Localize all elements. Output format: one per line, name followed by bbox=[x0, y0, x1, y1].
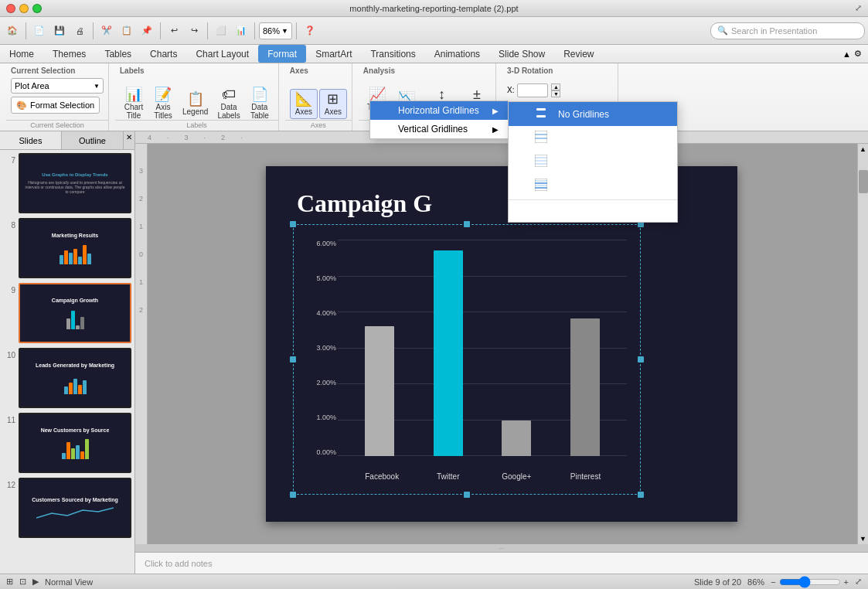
window-controls[interactable] bbox=[6, 4, 42, 13]
save-btn[interactable]: 💾 bbox=[50, 21, 69, 41]
copy-btn[interactable]: 📋 bbox=[117, 21, 136, 41]
other-btn2[interactable]: 📊 bbox=[232, 21, 250, 41]
zoom-box[interactable]: 86% ▼ bbox=[259, 22, 292, 39]
zoom-slider[interactable] bbox=[779, 576, 841, 588]
new-btn[interactable]: 📄 bbox=[30, 21, 49, 41]
search-placeholder: Search in Presentation bbox=[731, 26, 817, 36]
plot-area-dropdown[interactable]: Plot Area ▼ bbox=[11, 78, 104, 94]
other-btn1[interactable]: ⬜ bbox=[212, 21, 230, 41]
chart-title-btn[interactable]: 📊 ChartTitle bbox=[120, 84, 148, 123]
minimize-button[interactable] bbox=[19, 4, 29, 13]
no-gridlines-icon bbox=[535, 107, 547, 119]
main-toolbar: 🏠 📄 💾 🖨 ✂️ 📋 📌 ↩ ↪ ⬜ 📊 86% ▼ ❓ 🔍 Search … bbox=[0, 17, 868, 45]
axis-titles-btn[interactable]: 📝 AxisTitles bbox=[149, 84, 177, 123]
undo-btn[interactable]: ↩ bbox=[165, 21, 183, 41]
major-gridlines-item[interactable]: Major Gridlines bbox=[509, 126, 677, 150]
format-selection-icon: 🎨 bbox=[16, 100, 27, 111]
handle-tl[interactable] bbox=[290, 221, 296, 227]
x-up-btn[interactable]: ▲ bbox=[551, 83, 560, 90]
x-label: X: bbox=[507, 86, 514, 94]
x-down-btn[interactable]: ▼ bbox=[551, 90, 560, 97]
panel-close-btn[interactable]: ✕ bbox=[124, 131, 134, 142]
slide-thumb-7[interactable]: Use Graphs to Display Trends Histograms … bbox=[19, 153, 131, 213]
menu-themes[interactable]: Themes bbox=[43, 45, 95, 63]
x-input[interactable] bbox=[517, 83, 548, 97]
close-button[interactable] bbox=[6, 4, 15, 13]
menu-chart-layout[interactable]: Chart Layout bbox=[186, 45, 258, 63]
menu-transitions[interactable]: Transitions bbox=[361, 45, 424, 63]
slide-canvas-area[interactable]: 3 2 1 0 1 2 Campaign G bbox=[135, 144, 868, 544]
minor-gridlines-icon bbox=[535, 155, 547, 167]
slide-thumb-12[interactable]: Customers Sourced by Marketing bbox=[19, 478, 131, 538]
ribbon-collapse-btn[interactable]: ▲ bbox=[842, 49, 851, 59]
menu-animations[interactable]: Animations bbox=[425, 45, 489, 63]
scrollbar-vertical[interactable]: ▲ ▼ bbox=[857, 144, 868, 544]
gridlines-options-item[interactable]: Gridlines Options... bbox=[509, 202, 677, 222]
slide-thumb-11[interactable]: New Customers by Source bbox=[19, 413, 131, 473]
data-table-btn[interactable]: 📄 DataTable bbox=[246, 84, 274, 123]
handle-br[interactable] bbox=[638, 492, 644, 498]
minor-gridlines-item[interactable]: ✓ Minor Gridlines bbox=[509, 150, 677, 174]
view-icon-grid[interactable]: ⊡ bbox=[19, 577, 26, 587]
chart-wrapper[interactable]: 6.00% 5.00% 4.00% 3.00% 2.00% 1.00% 0.00… bbox=[293, 224, 641, 495]
handle-bl[interactable] bbox=[290, 492, 296, 498]
menu-tables[interactable]: Tables bbox=[95, 45, 141, 63]
horizontal-gridlines-item[interactable]: Horizontal Gridlines ▶ No Gridlines bbox=[370, 101, 508, 120]
slide-thumb-8[interactable]: Marketing Results bbox=[19, 218, 131, 278]
plot-area-value: Plot Area bbox=[15, 81, 49, 90]
major-minor-gridlines-item[interactable]: Major and Minor Gridlines bbox=[509, 174, 677, 198]
view-icon-slides[interactable]: ⊞ bbox=[6, 577, 13, 587]
slide-title: Campaign G bbox=[297, 189, 432, 218]
format-selection-btn[interactable]: 🎨 Format Selection bbox=[11, 97, 100, 114]
zoom-value: 86% bbox=[263, 26, 280, 36]
search-box[interactable]: 🔍 Search in Presentation bbox=[710, 22, 865, 39]
threed-row: X: ▲ ▼ bbox=[507, 78, 560, 103]
help-btn[interactable]: ❓ bbox=[301, 21, 319, 41]
axes-btn[interactable]: 📐 Axes bbox=[290, 89, 318, 119]
menu-slide-show[interactable]: Slide Show bbox=[489, 45, 554, 63]
sep3 bbox=[160, 22, 161, 39]
menu-smartart[interactable]: SmartArt bbox=[306, 45, 361, 63]
resize-handle[interactable]: ··· bbox=[135, 544, 868, 552]
notes-area[interactable]: Click to add notes bbox=[135, 552, 868, 574]
major-gridlines-icon bbox=[535, 131, 547, 143]
zoom-arrow: ▼ bbox=[281, 27, 288, 35]
slide-thumb-10[interactable]: Leads Generated by Marketing bbox=[19, 348, 131, 408]
handle-tm[interactable] bbox=[464, 221, 470, 227]
paste-btn[interactable]: 📌 bbox=[138, 21, 156, 41]
print-btn[interactable]: 🖨 bbox=[70, 21, 89, 41]
scroll-up-btn[interactable]: ▲ bbox=[858, 144, 868, 155]
slide-thumb-9[interactable]: Campaign Growth bbox=[19, 283, 131, 343]
vertical-gridlines-item[interactable]: Vertical Gridlines ▶ bbox=[370, 120, 508, 138]
cut-btn[interactable]: ✂️ bbox=[97, 21, 116, 41]
chart-title-icon: 📊 bbox=[125, 87, 142, 101]
data-labels-btn[interactable]: 🏷 DataLabels bbox=[213, 84, 243, 123]
slides-tab[interactable]: Slides bbox=[0, 131, 62, 149]
ribbon-options-btn[interactable]: ⚙ bbox=[854, 49, 862, 59]
maximize-button[interactable] bbox=[32, 4, 42, 13]
collapse-icon[interactable]: ⤢ bbox=[855, 3, 862, 13]
legend-btn[interactable]: 📋 Legend bbox=[179, 89, 212, 119]
redo-btn[interactable]: ↪ bbox=[185, 21, 203, 41]
handle-mr[interactable] bbox=[638, 356, 644, 363]
x-spinners: ▲ ▼ bbox=[551, 83, 560, 97]
outline-tab[interactable]: Outline bbox=[62, 131, 124, 149]
menu-review[interactable]: Review bbox=[554, 45, 603, 63]
fullscreen-btn[interactable]: ⤢ bbox=[855, 577, 862, 587]
zoom-plus-btn[interactable]: + bbox=[844, 577, 849, 587]
gridlines-btn[interactable]: ⊞ Axes bbox=[319, 89, 347, 119]
scroll-thumb[interactable] bbox=[859, 170, 868, 193]
handle-ml[interactable] bbox=[290, 356, 296, 363]
sep4 bbox=[207, 22, 208, 39]
view-icon-presenter[interactable]: ▶ bbox=[32, 577, 39, 587]
menu-format[interactable]: Format bbox=[258, 45, 306, 63]
zoom-minus-btn[interactable]: − bbox=[771, 577, 775, 587]
menu-home[interactable]: Home bbox=[0, 45, 43, 63]
handle-bm[interactable] bbox=[464, 492, 470, 498]
menu-charts[interactable]: Charts bbox=[141, 45, 186, 63]
no-gridlines-item[interactable]: No Gridlines bbox=[509, 102, 677, 126]
grid-area bbox=[338, 240, 627, 456]
scroll-down-btn[interactable]: ▼ bbox=[858, 533, 868, 544]
home-icon-btn[interactable]: 🏠 bbox=[3, 21, 22, 41]
slide-num-10: 10 bbox=[3, 348, 15, 359]
